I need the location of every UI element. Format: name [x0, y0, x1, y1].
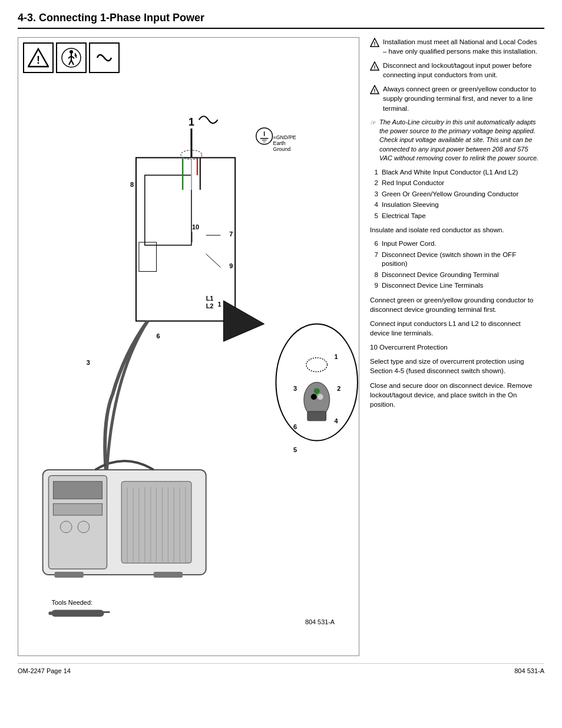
paragraph-2: Connect input conductors L1 and L2 to di… [370, 319, 542, 338]
svg-text:L1: L1 [206, 295, 214, 302]
num-text-3: Green Or Green/Yellow Grounding Conducto… [382, 190, 518, 199]
svg-line-31 [206, 254, 221, 268]
svg-text:3: 3 [87, 359, 90, 366]
warning-text-1: Installation must meet all National and … [383, 37, 542, 56]
num-label-6: 6 [370, 239, 378, 249]
num-text-1: Black And White Input Conductor (L1 And … [382, 168, 518, 177]
svg-rect-18 [136, 157, 235, 321]
num-label-9: 9 [370, 281, 378, 291]
electric-shock-icon-box [56, 42, 87, 73]
warning-text-2: Disconnect and lockout/tagout input powe… [383, 61, 542, 80]
num-text-2: Red Input Conductor [382, 179, 444, 188]
svg-text:7: 7 [229, 230, 233, 238]
num-label-5: 5 [370, 212, 378, 221]
svg-text:5: 5 [293, 446, 297, 453]
num-text-5: Electrical Tape [382, 212, 426, 221]
svg-text:2: 2 [337, 385, 340, 392]
svg-rect-20 [139, 242, 157, 271]
svg-point-41 [318, 394, 323, 400]
warning-item-2: ! Disconnect and lockout/tagout input po… [370, 61, 542, 80]
auto-line-note: ☞ The Auto-Line circuitry in this unit a… [370, 118, 542, 163]
svg-text:1: 1 [189, 116, 194, 128]
page-title: 4-3. Connecting 1-Phase Input Power [18, 12, 544, 29]
hazard-icon-box: ! [23, 42, 54, 73]
svg-point-55 [60, 521, 72, 533]
svg-line-7 [69, 60, 71, 65]
svg-text:6: 6 [157, 332, 160, 340]
insulate-note: Insulate and isolate red conductor as sh… [370, 225, 542, 235]
footer-right: 804 531-A [514, 667, 544, 674]
svg-rect-70 [154, 572, 183, 578]
svg-text:!: ! [37, 54, 40, 66]
svg-text:L2: L2 [206, 302, 214, 309]
num-item-4: 4 Insulation Sleeving [370, 200, 542, 210]
svg-text:Earth: Earth [273, 140, 285, 146]
diagram-panel: ! [18, 37, 359, 656]
diagram-svg: 1 =GND/PE Earth Ground [18, 73, 359, 633]
num-item-2: 2 Red Input Conductor [370, 179, 542, 188]
warning-triangle-icon-1: ! [370, 38, 379, 47]
warning-triangle-icon-2: ! [370, 61, 379, 71]
svg-text:1: 1 [217, 301, 221, 308]
svg-point-43 [306, 358, 328, 372]
num-text-8: Disconnect Device Grounding Terminal [382, 271, 499, 280]
main-content: ! [18, 37, 544, 656]
page: 4-3. Connecting 1-Phase Input Power ! [0, 0, 562, 728]
svg-rect-19 [145, 175, 191, 245]
svg-rect-44 [308, 411, 326, 421]
num-text-9: Disconnect Device Line Terminals [382, 281, 483, 291]
svg-rect-69 [54, 572, 83, 578]
warning-text-3: Always connect green or green/yellow con… [383, 84, 542, 113]
svg-text:3: 3 [293, 385, 297, 392]
ac-power-icon-box [89, 42, 120, 73]
svg-text:6: 6 [293, 423, 297, 430]
svg-rect-75 [49, 611, 56, 615]
num-text-6: Input Power Cord. [382, 239, 437, 249]
num-item-5: 5 Electrical Tape [370, 212, 542, 221]
svg-text:8: 8 [130, 181, 134, 188]
footer-left: OM-2247 Page 14 [18, 667, 71, 674]
right-column: ! Installation must meet all National an… [359, 37, 544, 656]
svg-point-56 [78, 521, 90, 533]
svg-text:804 531-A: 804 531-A [305, 618, 335, 625]
numbered-list-2: 6 Input Power Cord. 7 Disconnect Device … [370, 239, 542, 291]
num-item-9: 9 Disconnect Device Line Terminals [370, 281, 542, 291]
num-label-3: 3 [370, 190, 378, 199]
warning-item-3: ! Always connect green or green/yellow c… [370, 84, 542, 113]
num-label-1: 1 [370, 168, 378, 177]
svg-text:!: ! [374, 88, 376, 94]
svg-text:Ground: Ground [273, 146, 290, 152]
note-text: The Auto-Line circuitry in this unit aut… [379, 118, 542, 163]
svg-text:4: 4 [334, 417, 338, 424]
num-item-6: 6 Input Power Cord. [370, 239, 542, 249]
page-footer: OM-2247 Page 14 804 531-A [18, 663, 544, 674]
svg-rect-54 [53, 503, 102, 515]
num-item-8: 8 Disconnect Device Grounding Terminal [370, 271, 542, 280]
svg-text:!: ! [374, 41, 376, 47]
num-item-1: 1 Black And White Input Conductor (L1 An… [370, 168, 542, 177]
note-icon: ☞ [370, 118, 376, 127]
num-text-4: Insulation Sleeving [382, 200, 439, 210]
paragraph-4: Close and secure door on disconnect devi… [370, 381, 542, 409]
num-label-2: 2 [370, 179, 378, 188]
num-item-7: 7 Disconnect Device (switch shown in the… [370, 251, 542, 269]
overcurrent-label: 10 Overcurrent Protection [370, 342, 542, 352]
svg-rect-74 [51, 610, 104, 617]
warning-item-1: ! Installation must meet all National an… [370, 37, 542, 56]
num-label-4: 4 [370, 200, 378, 210]
diagram-area: 1 =GND/PE Earth Ground [18, 73, 359, 633]
svg-point-42 [314, 388, 320, 394]
svg-rect-53 [53, 482, 102, 499]
num-label-8: 8 [370, 271, 378, 280]
svg-marker-37 [223, 301, 264, 341]
numbered-list-1: 1 Black And White Input Conductor (L1 An… [370, 168, 542, 221]
warning-icons-row: ! [23, 42, 359, 73]
paragraph-1: Connect green or green/yellow grounding … [370, 295, 542, 314]
num-text-7: Disconnect Device (switch shown in the O… [382, 251, 542, 269]
svg-text:1: 1 [334, 353, 338, 360]
svg-point-3 [70, 50, 73, 54]
warning-triangle-icon-3: ! [370, 85, 379, 94]
svg-text:10: 10 [192, 223, 199, 230]
svg-text:!: ! [374, 64, 376, 70]
svg-line-8 [71, 60, 74, 65]
